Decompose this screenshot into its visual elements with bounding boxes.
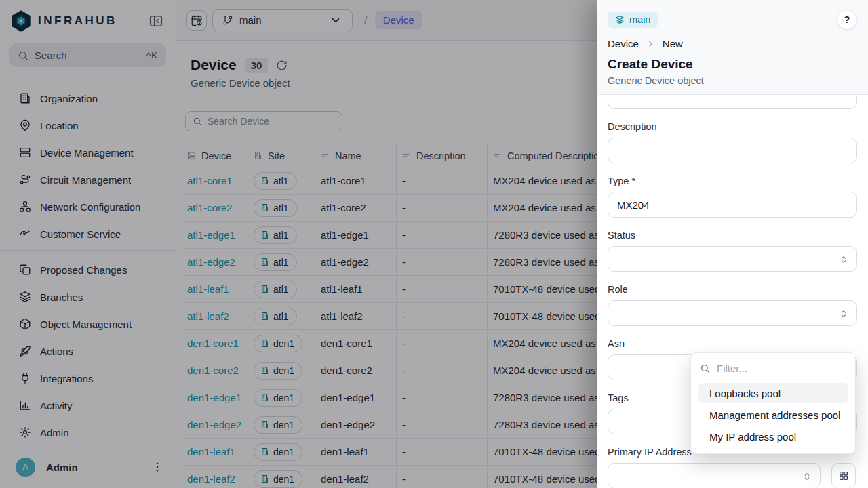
panel-breadcrumb-parent[interactable]: Device [608, 38, 639, 49]
description-label: Description [608, 121, 857, 132]
help-button[interactable]: ? [837, 9, 857, 30]
dropdown-item-loopbacks-pool[interactable]: Loopbacks pool [698, 383, 848, 403]
pool-dropdown: Loopbacks pool Management addresses pool… [690, 352, 856, 454]
chevrons-up-down-icon [802, 471, 812, 482]
layers-icon [615, 15, 625, 24]
branch-badge: main [608, 12, 658, 28]
name-field-partial[interactable] [608, 96, 857, 109]
dropdown-filter[interactable] [691, 353, 855, 383]
dropdown-filter-input[interactable] [717, 363, 832, 374]
dropdown-item-management-addresses-pool[interactable]: Management addresses pool [698, 405, 848, 425]
type-label: Type * [608, 176, 857, 186]
app-root: INFRAHUB ^K Organization Location Device… [0, 0, 868, 488]
panel-breadcrumb-current: New [663, 38, 683, 49]
chevrons-up-down-icon [838, 308, 849, 319]
asn-label: Asn [608, 338, 857, 349]
role-label: Role [608, 284, 857, 295]
dropdown-item-my-ip-address-pool[interactable]: My IP address pool [698, 426, 848, 447]
status-select[interactable] [608, 246, 857, 272]
role-select[interactable] [608, 300, 857, 326]
dropdown-list: Loopbacks pool Management addresses pool… [691, 383, 855, 447]
panel-header: main ? Device New Create Device Generic … [597, 0, 868, 95]
type-field[interactable] [608, 192, 857, 218]
type-input[interactable] [608, 199, 856, 211]
panel-breadcrumb: Device New [608, 38, 857, 49]
primary-ip-select[interactable] [608, 463, 821, 488]
description-field[interactable] [608, 138, 857, 163]
chevrons-up-down-icon [838, 254, 849, 265]
chevron-right-icon [646, 39, 655, 48]
search-icon [700, 363, 710, 373]
status-label: Status [608, 230, 857, 241]
panel-title: Create Device [608, 57, 857, 72]
grid-icon [838, 470, 849, 481]
panel-subtitle: Generic Device object [608, 75, 857, 86]
ip-pool-button[interactable] [831, 463, 856, 488]
